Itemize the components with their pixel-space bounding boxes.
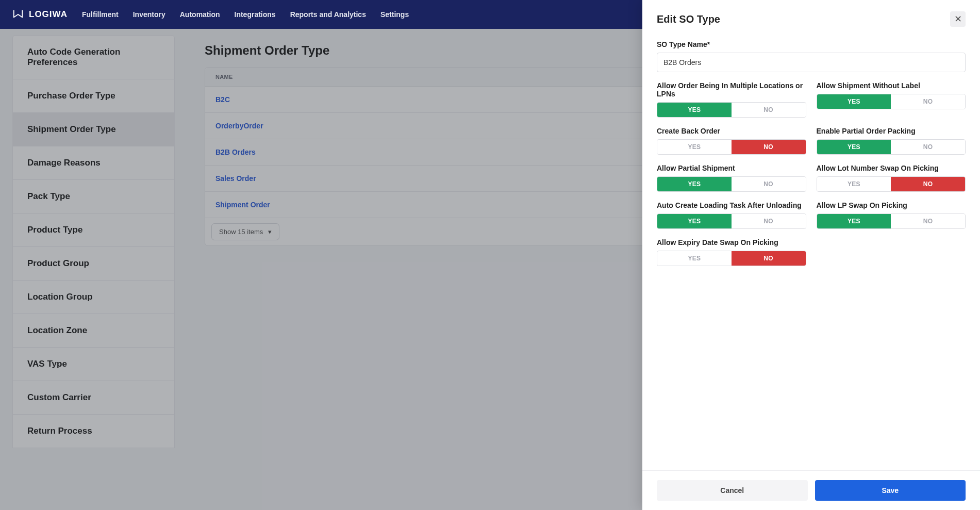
nav-reports-and-analytics[interactable]: Reports and Analytics [290, 10, 366, 19]
toggle-switch[interactable]: YESNO [817, 94, 966, 109]
save-button[interactable]: Save [815, 480, 966, 501]
toggle-yes[interactable]: YES [657, 251, 732, 266]
toggle-no[interactable]: NO [732, 140, 806, 154]
toggle-label: Allow Order Being In Multiple Locations … [657, 81, 806, 98]
toggle-no[interactable]: NO [891, 140, 965, 154]
toggle-yes[interactable]: YES [817, 177, 891, 191]
brand-logo: LOGIWA [12, 9, 68, 20]
toggle-label: Allow Shipment Without Label [817, 81, 966, 90]
toggle-switch[interactable]: YESNO [817, 176, 966, 192]
drawer-title: Edit SO Type [657, 13, 720, 25]
toggle-enable-partial-order-packing: Enable Partial Order PackingYESNO [817, 127, 966, 155]
toggle-label: Create Back Order [657, 127, 806, 135]
toggle-yes[interactable]: YES [657, 140, 732, 154]
so-type-name-label: SO Type Name* [657, 40, 966, 48]
drawer-header: Edit SO Type ✕ [642, 0, 980, 38]
toggle-no[interactable]: NO [891, 177, 965, 191]
toggle-switch[interactable]: YESNO [657, 251, 806, 266]
toggle-yes[interactable]: YES [817, 140, 891, 154]
nav-automation[interactable]: Automation [180, 10, 220, 19]
toggle-switch[interactable]: YESNO [817, 139, 966, 155]
toggle-no[interactable]: NO [732, 214, 806, 228]
toggle-label: Enable Partial Order Packing [817, 127, 966, 135]
toggle-allow-lp-swap-on-picking: Allow LP Swap On PickingYESNO [817, 201, 966, 229]
toggle-yes[interactable]: YES [657, 177, 732, 191]
toggle-no[interactable]: NO [891, 94, 965, 109]
toggle-no[interactable]: NO [732, 177, 806, 191]
toggle-label: Auto Create Loading Task After Unloading [657, 201, 806, 209]
toggle-auto-create-loading-task-after-unloading: Auto Create Loading Task After Unloading… [657, 201, 806, 229]
toggle-yes[interactable]: YES [657, 214, 732, 228]
toggle-switch[interactable]: YESNO [657, 213, 806, 229]
toggle-switch[interactable]: YESNO [657, 102, 806, 118]
toggle-label: Allow Expiry Date Swap On Picking [657, 238, 806, 246]
drawer-footer: Cancel Save [642, 470, 980, 510]
toggle-yes[interactable]: YES [817, 94, 891, 109]
nav-fulfillment[interactable]: Fulfillment [82, 10, 119, 19]
toggle-yes[interactable]: YES [657, 103, 732, 117]
toggle-label: Allow Lot Number Swap On Picking [817, 164, 966, 172]
nav-inventory[interactable]: Inventory [133, 10, 165, 19]
drawer-body: SO Type Name* Allow Order Being In Multi… [642, 38, 980, 470]
brand-text: LOGIWA [29, 9, 68, 20]
toggle-switch[interactable]: YESNO [817, 213, 966, 229]
toggle-switch[interactable]: YESNO [657, 176, 806, 192]
toggle-no[interactable]: NO [891, 214, 965, 228]
nav-settings[interactable]: Settings [380, 10, 409, 19]
toggle-allow-partial-shipment: Allow Partial ShipmentYESNO [657, 164, 806, 192]
cancel-button[interactable]: Cancel [657, 480, 808, 501]
toggle-allow-shipment-without-label: Allow Shipment Without LabelYESNO [817, 81, 966, 118]
toggle-allow-lot-number-swap-on-picking: Allow Lot Number Swap On PickingYESNO [817, 164, 966, 192]
nav-integrations[interactable]: Integrations [235, 10, 276, 19]
logo-icon [12, 9, 24, 20]
toggle-no[interactable]: NO [732, 103, 806, 117]
toggle-allow-expiry-date-swap-on-picking: Allow Expiry Date Swap On PickingYESNO [657, 238, 806, 266]
toggle-switch[interactable]: YESNO [657, 139, 806, 155]
close-icon: ✕ [954, 13, 962, 25]
toggle-allow-order-being-in-multiple-locations-or-lpns: Allow Order Being In Multiple Locations … [657, 81, 806, 118]
toggle-create-back-order: Create Back OrderYESNO [657, 127, 806, 155]
toggle-yes[interactable]: YES [817, 214, 891, 228]
toggle-no[interactable]: NO [732, 251, 806, 266]
so-type-name-input[interactable] [657, 53, 966, 72]
toggle-label: Allow LP Swap On Picking [817, 201, 966, 209]
close-button[interactable]: ✕ [950, 11, 966, 27]
toggle-label: Allow Partial Shipment [657, 164, 806, 172]
edit-so-type-drawer: Edit SO Type ✕ SO Type Name* Allow Order… [642, 0, 980, 510]
